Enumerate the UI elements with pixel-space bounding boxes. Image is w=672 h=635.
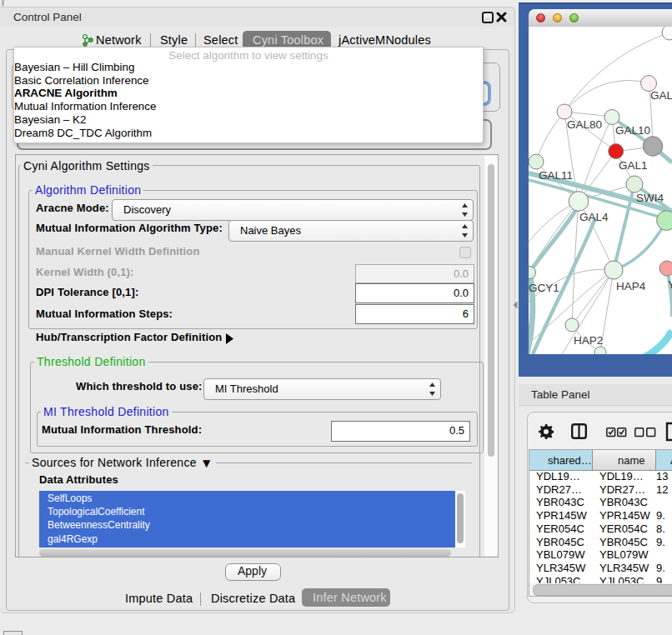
svg-text:HAP4: HAP4 — [616, 280, 646, 292]
svg-text:GAL80: GAL80 — [567, 118, 602, 131]
svg-text:HAP2: HAP2 — [574, 334, 603, 347]
svg-text:GCY1: GCY1 — [529, 282, 559, 294]
svg-text:GAL11: GAL11 — [539, 169, 573, 182]
svg-text:SWI4: SWI4 — [636, 192, 664, 204]
svg-text:GAL1: GAL1 — [619, 159, 648, 172]
svg-text:Y: Y — [668, 278, 672, 291]
svg-text:GAL7: GAL7 — [650, 89, 672, 102]
svg-text:GAL10: GAL10 — [615, 124, 650, 137]
svg-text:GAL4: GAL4 — [579, 211, 609, 223]
